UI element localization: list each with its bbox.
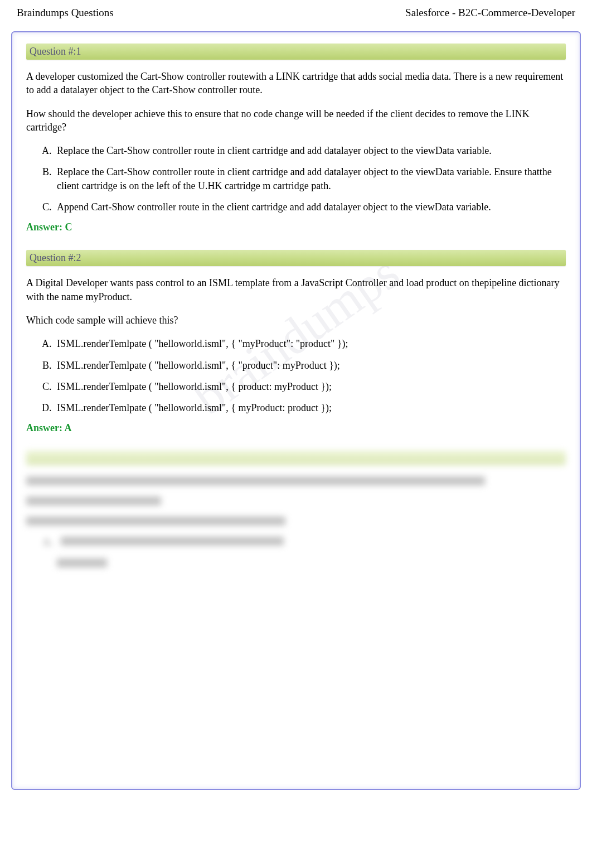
question-2-paragraph-1: A Digital Developer wants pass control t…	[26, 276, 566, 303]
question-1-paragraph-2: How should the developer achieve this to…	[26, 107, 566, 134]
blurred-text-line	[26, 496, 161, 505]
blurred-option-row: A.	[43, 537, 566, 548]
question-1-paragraph-1: A developer customized the Cart-Show con…	[26, 70, 566, 97]
main-content-panel: braindumps Question #:1 A developer cust…	[11, 31, 581, 790]
blurred-question-header	[26, 451, 566, 465]
blurred-option-text	[61, 537, 284, 546]
header-left-text: Braindumps Questions	[17, 7, 114, 19]
question-1-option-b: Replace the Cart-Show controller route i…	[54, 165, 566, 192]
page-header: Braindumps Questions Salesforce - B2C-Co…	[0, 0, 592, 26]
question-2-answer: Answer: A	[26, 422, 566, 434]
blurred-text-line	[26, 476, 485, 485]
question-2-option-c: ISML.renderTemlpate ( "helloworld.isml",…	[54, 380, 566, 393]
question-2-option-b: ISML.renderTemlpate ( "helloworld.isml",…	[54, 359, 566, 372]
question-2-header: Question #:2	[26, 250, 566, 266]
question-1-header: Question #:1	[26, 44, 566, 60]
blurred-text-line	[26, 517, 285, 525]
question-2-option-d: ISML.renderTemlpate ( "helloworld.isml",…	[54, 401, 566, 414]
blurred-question-section: A.	[26, 451, 566, 567]
question-2-paragraph-2: Which code sample will achieve this?	[26, 314, 566, 327]
header-right-text: Salesforce - B2C-Commerce-Developer	[405, 7, 575, 19]
question-1-options: Replace the Cart-Show controller route i…	[54, 144, 566, 214]
question-2-option-a: ISML.renderTemlpate ( "helloworld.isml",…	[54, 337, 566, 350]
question-1-option-c: Append Cart-Show controller route in the…	[54, 200, 566, 214]
blurred-option-letter: A.	[43, 537, 53, 548]
blurred-option-text	[57, 558, 107, 567]
question-1-option-a: Replace the Cart-Show controller route i…	[54, 144, 566, 157]
question-1-answer: Answer: C	[26, 221, 566, 233]
question-2-options: ISML.renderTemlpate ( "helloworld.isml",…	[54, 337, 566, 414]
